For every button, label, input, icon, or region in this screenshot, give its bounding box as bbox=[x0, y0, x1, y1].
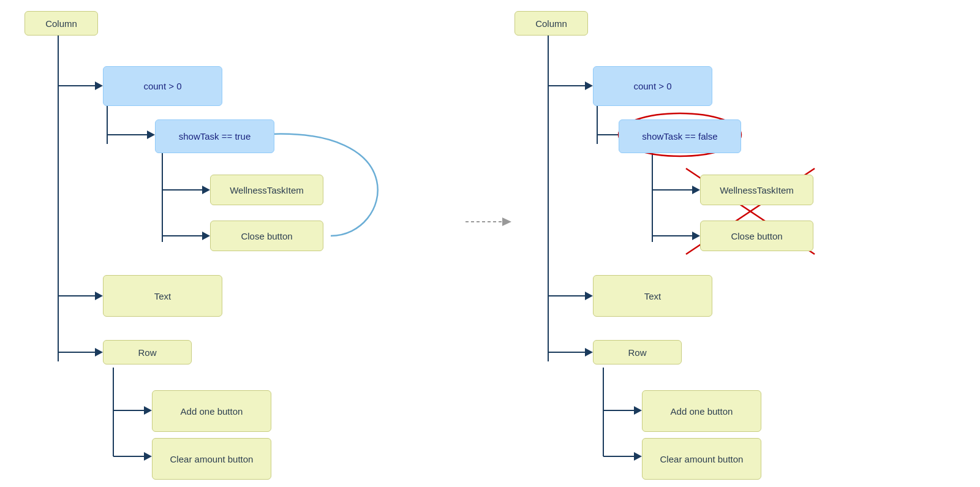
svg-marker-8 bbox=[202, 186, 210, 194]
svg-marker-12 bbox=[95, 292, 103, 300]
right-clear-node: Clear amount button bbox=[642, 438, 761, 480]
svg-marker-42 bbox=[634, 452, 642, 461]
svg-marker-22 bbox=[502, 217, 511, 226]
svg-marker-31 bbox=[692, 186, 700, 194]
right-column-node: Column bbox=[514, 11, 588, 36]
svg-marker-2 bbox=[95, 81, 103, 90]
svg-marker-33 bbox=[692, 232, 700, 240]
right-wellness-node: WellnessTaskItem bbox=[700, 175, 813, 205]
left-clear-node: Clear amount button bbox=[152, 438, 271, 480]
svg-marker-37 bbox=[585, 348, 593, 357]
left-column-node: Column bbox=[24, 11, 98, 36]
right-count-node: count > 0 bbox=[593, 66, 712, 106]
left-count-node: count > 0 bbox=[103, 66, 222, 106]
svg-marker-10 bbox=[202, 232, 210, 240]
svg-marker-35 bbox=[585, 292, 593, 300]
svg-marker-14 bbox=[95, 348, 103, 357]
svg-marker-25 bbox=[585, 81, 593, 90]
left-showtask-node: showTask == true bbox=[155, 119, 274, 153]
right-panel: Column count > 0 showTask == false Welln… bbox=[490, 0, 980, 487]
svg-marker-5 bbox=[147, 130, 155, 139]
dot-arrow-connector bbox=[466, 214, 514, 229]
svg-marker-19 bbox=[144, 452, 152, 461]
left-add-one-node: Add one button bbox=[152, 390, 271, 432]
diagram-container: Column count > 0 showTask == true Wellne… bbox=[0, 0, 980, 487]
right-close-node: Close button bbox=[700, 221, 813, 251]
left-text-node: Text bbox=[103, 275, 222, 317]
right-showtask-node: showTask == false bbox=[619, 119, 741, 153]
svg-marker-17 bbox=[144, 406, 152, 415]
left-panel: Column count > 0 showTask == true Wellne… bbox=[0, 0, 490, 487]
right-add-one-node: Add one button bbox=[642, 390, 761, 432]
left-row-node: Row bbox=[103, 340, 192, 364]
svg-marker-40 bbox=[634, 406, 642, 415]
right-text-node: Text bbox=[593, 275, 712, 317]
left-wellness-node: WellnessTaskItem bbox=[210, 175, 323, 205]
right-row-node: Row bbox=[593, 340, 682, 364]
left-close-node: Close button bbox=[210, 221, 323, 251]
